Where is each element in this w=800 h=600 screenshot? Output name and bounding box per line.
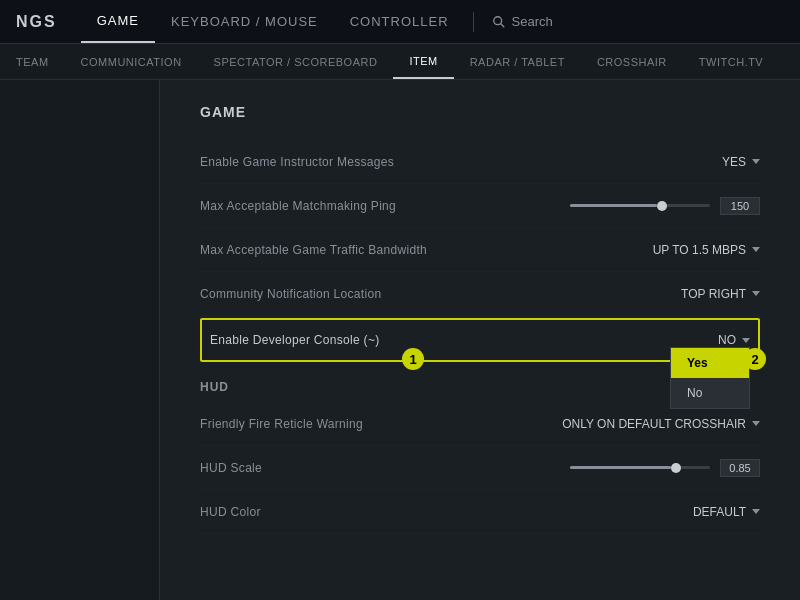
setting-label-game-instructor: Enable Game Instructor Messages xyxy=(200,155,394,169)
content-area: Game Enable Game Instructor Messages YES… xyxy=(0,80,800,600)
setting-label-matchmaking-ping: Max Acceptable Matchmaking Ping xyxy=(200,199,396,213)
slider-fill-hud-scale xyxy=(570,466,671,469)
main-panel: Game Enable Game Instructor Messages YES… xyxy=(160,80,800,600)
chevron-down-icon xyxy=(752,421,760,426)
setting-label-hud-scale: HUD Scale xyxy=(200,461,262,475)
setting-community-notification: Community Notification Location TOP RIGH… xyxy=(200,272,760,316)
slider-thumb-ping xyxy=(657,201,667,211)
slider-track-hud-scale[interactable] xyxy=(570,466,710,469)
slider-value-hud-scale: 0.85 xyxy=(720,459,760,477)
search-area[interactable]: Search xyxy=(482,10,563,33)
dropdown-item-no[interactable]: No xyxy=(671,378,749,408)
search-label: Search xyxy=(512,14,553,29)
chevron-down-icon xyxy=(752,291,760,296)
chevron-down-icon xyxy=(742,338,750,343)
setting-value-community-notification[interactable]: TOP RIGHT xyxy=(681,287,760,301)
setting-hud-scale: HUD Scale 0.85 xyxy=(200,446,760,490)
sidebar xyxy=(0,80,160,600)
setting-value-game-traffic[interactable]: UP TO 1.5 MBPS xyxy=(653,243,760,257)
setting-value-game-instructor[interactable]: YES xyxy=(722,155,760,169)
developer-console-dropdown: Yes No xyxy=(670,347,750,409)
slider-value-ping: 150 xyxy=(720,197,760,215)
setting-game-instructor: Enable Game Instructor Messages YES xyxy=(200,140,760,184)
subnav-spectator-scoreboard[interactable]: Spectator / Scoreboard xyxy=(198,44,394,79)
setting-label-game-traffic: Max Acceptable Game Traffic Bandwidth xyxy=(200,243,427,257)
setting-game-traffic: Max Acceptable Game Traffic Bandwidth UP… xyxy=(200,228,760,272)
slider-thumb-hud-scale xyxy=(671,463,681,473)
tab-controller[interactable]: Controller xyxy=(334,0,465,43)
chevron-down-icon xyxy=(752,509,760,514)
slider-fill-ping xyxy=(570,204,657,207)
svg-line-1 xyxy=(500,23,504,27)
setting-matchmaking-ping: Max Acceptable Matchmaking Ping 150 xyxy=(200,184,760,228)
subnav-twitch-tv[interactable]: Twitch.tv xyxy=(683,44,779,79)
slider-track-ping[interactable] xyxy=(570,204,710,207)
nav-divider xyxy=(473,12,474,32)
subnav-radar-tablet[interactable]: Radar / Tablet xyxy=(454,44,581,79)
sub-nav: Team Communication Spectator / Scoreboar… xyxy=(0,44,800,80)
subnav-item[interactable]: Item xyxy=(393,44,453,79)
chevron-down-icon xyxy=(752,247,760,252)
setting-value-developer-console[interactable]: NO Yes No xyxy=(718,333,750,347)
subnav-team[interactable]: Team xyxy=(0,44,65,79)
setting-hud-color: HUD Color DEFAULT xyxy=(200,490,760,534)
search-icon xyxy=(492,15,506,29)
step-badge-2: 2 xyxy=(744,348,766,370)
top-bar: NGS Game Keyboard / Mouse Controller Sea… xyxy=(0,0,800,44)
app-title: NGS xyxy=(16,13,57,31)
setting-developer-console: Enable Developer Console (~) NO Yes No 1… xyxy=(200,318,760,362)
chevron-down-icon xyxy=(752,159,760,164)
step-badge-1: 1 xyxy=(402,348,424,370)
setting-label-hud-color: HUD Color xyxy=(200,505,261,519)
svg-point-0 xyxy=(493,16,501,24)
subnav-crosshair[interactable]: Crosshair xyxy=(581,44,683,79)
setting-value-hud-color[interactable]: DEFAULT xyxy=(693,505,760,519)
subnav-communication[interactable]: Communication xyxy=(65,44,198,79)
dropdown-item-yes[interactable]: Yes xyxy=(671,348,749,378)
tab-keyboard-mouse[interactable]: Keyboard / Mouse xyxy=(155,0,334,43)
section-title: Game xyxy=(200,104,760,120)
main-nav: Game Keyboard / Mouse Controller Search xyxy=(81,0,784,43)
setting-label-developer-console: Enable Developer Console (~) xyxy=(210,333,380,347)
setting-label-friendly-fire: Friendly Fire Reticle Warning xyxy=(200,417,363,431)
setting-label-community-notification: Community Notification Location xyxy=(200,287,381,301)
setting-value-friendly-fire[interactable]: ONLY ON DEFAULT CROSSHAIR xyxy=(562,417,760,431)
slider-container-ping: 150 xyxy=(570,197,760,215)
tab-game[interactable]: Game xyxy=(81,0,155,43)
slider-container-hud-scale: 0.85 xyxy=(570,459,760,477)
